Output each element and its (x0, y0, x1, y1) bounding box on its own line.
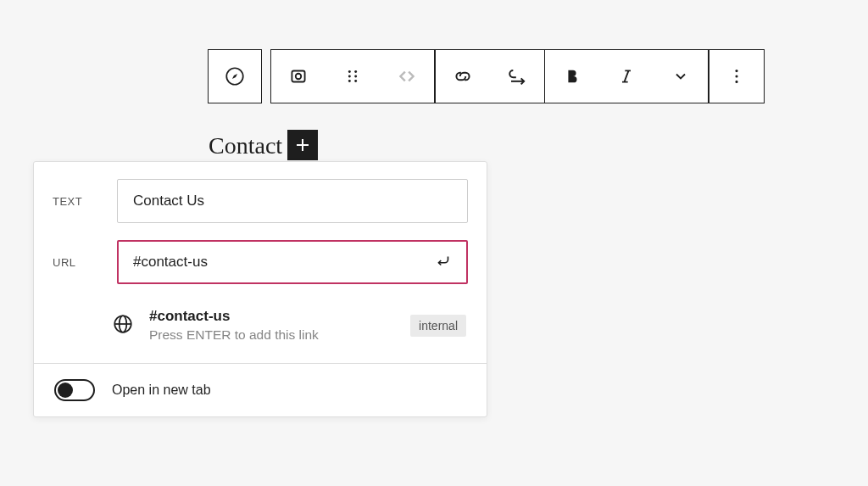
navigation-block-button[interactable] (208, 49, 262, 103)
svg-point-6 (348, 80, 351, 82)
link-settings-panel: TEXT URL #contact-us Pres (33, 161, 487, 417)
block-toolbar (208, 49, 765, 103)
globe-icon (112, 313, 134, 338)
bold-button[interactable] (545, 50, 599, 103)
add-block-button[interactable] (287, 130, 318, 160)
open-new-tab-toggle[interactable] (54, 379, 95, 401)
italic-icon (618, 68, 635, 85)
link-suggestion[interactable]: #contact-us Press ENTER to add this link… (34, 289, 487, 363)
bold-icon (563, 67, 581, 86)
link-url-input[interactable] (117, 240, 468, 284)
submenu-icon (505, 64, 529, 88)
enter-icon (434, 251, 453, 270)
nav-item-text[interactable]: Contact (209, 132, 282, 159)
more-formatting-button[interactable] (654, 50, 708, 103)
svg-point-5 (354, 75, 357, 78)
italic-button[interactable] (599, 50, 654, 103)
text-label: TEXT (53, 195, 117, 208)
svg-point-3 (354, 70, 357, 73)
chevron-down-icon (672, 68, 689, 85)
options-button[interactable] (709, 50, 764, 103)
drag-handle-button[interactable] (326, 50, 380, 103)
open-new-tab-label: Open in new tab (112, 383, 211, 398)
suggestion-badge: internal (410, 315, 466, 337)
more-vertical-icon (727, 67, 746, 86)
submit-url-button[interactable] (434, 251, 453, 273)
svg-rect-1 (292, 71, 304, 82)
url-label: URL (53, 256, 117, 269)
svg-point-4 (348, 75, 351, 78)
toggle-knob (58, 383, 73, 398)
link-select-icon (287, 65, 309, 87)
svg-point-2 (348, 70, 351, 73)
toolbar-main-group (270, 49, 765, 103)
svg-point-9 (735, 75, 737, 77)
chevrons-icon (396, 65, 418, 87)
submenu-button[interactable] (490, 50, 544, 103)
suggestion-text: #contact-us Press ENTER to add this link (149, 308, 395, 343)
select-link-button[interactable] (271, 50, 326, 103)
svg-point-8 (735, 70, 737, 72)
plus-icon (292, 135, 313, 155)
compass-icon (224, 65, 246, 87)
svg-point-10 (735, 81, 737, 83)
text-field-row: TEXT (34, 162, 487, 223)
svg-point-7 (354, 80, 357, 82)
drag-icon (343, 67, 362, 86)
url-field-row: URL (34, 223, 487, 284)
suggestion-title: #contact-us (149, 308, 395, 325)
link-text-input[interactable] (117, 179, 468, 223)
suggestion-subtitle: Press ENTER to add this link (149, 327, 395, 343)
move-button[interactable] (380, 50, 434, 103)
link-icon (452, 65, 474, 87)
link-button[interactable] (436, 50, 490, 103)
panel-footer: Open in new tab (34, 363, 487, 416)
